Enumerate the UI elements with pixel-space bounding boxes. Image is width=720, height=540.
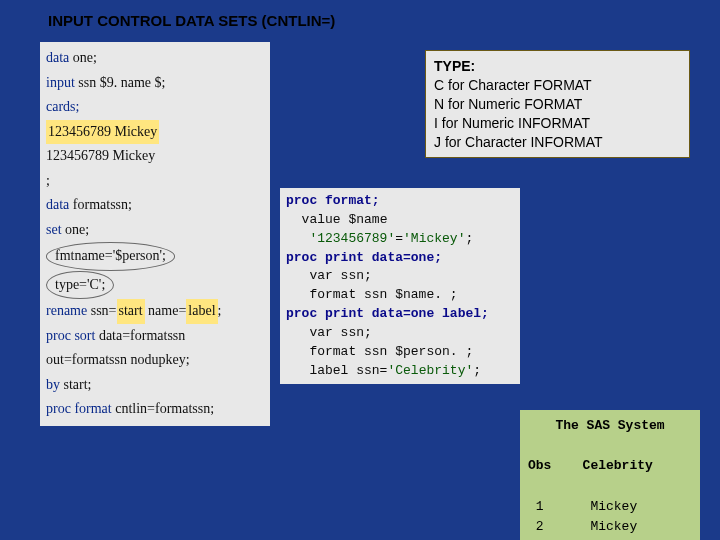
- code-text: data=formatssn: [95, 328, 185, 343]
- output-header-row: Obs Celebrity: [528, 456, 692, 476]
- code-text: [286, 231, 309, 246]
- code-text: ;: [465, 231, 473, 246]
- code-text: var ssn;: [286, 324, 514, 343]
- code-text: ;: [218, 303, 222, 318]
- code-text: ;: [473, 363, 481, 378]
- code-text: out=formatssn nodupkey;: [46, 348, 264, 373]
- code-text: start;: [60, 377, 92, 392]
- code-block-left: data one; input ssn $9. name $; cards; 1…: [40, 42, 270, 426]
- kw-data: data: [46, 50, 69, 65]
- string-literal: 'Celebrity': [387, 363, 473, 378]
- code-text: ssn $9. name $;: [75, 75, 166, 90]
- blank-row: [528, 436, 692, 456]
- string-literal: '123456789': [309, 231, 395, 246]
- output-row: 2 Mickey: [528, 517, 692, 537]
- kw-proc-print: proc print data=one;: [286, 250, 442, 265]
- kw-by: by: [46, 377, 60, 392]
- type-line: I for Numeric INFORMAT: [434, 114, 681, 133]
- kw-rename: rename: [46, 303, 87, 318]
- kw-proc-format: proc format: [46, 401, 112, 416]
- code-text: =: [395, 231, 403, 246]
- slide-title: INPUT CONTROL DATA SETS (CNTLIN=): [48, 12, 335, 29]
- fmt-ref: $name.: [395, 287, 442, 302]
- circled-type: type='C';: [46, 271, 114, 300]
- kw-cards: cards;: [46, 99, 79, 114]
- sas-output-box: The SAS System Obs Celebrity 1 Mickey 2 …: [520, 410, 700, 540]
- type-line: J for Character INFORMAT: [434, 133, 681, 152]
- kw-proc-format: proc format;: [286, 193, 380, 208]
- fmt-name: $name: [348, 212, 387, 227]
- circled-fmtname: fmtname='$person';: [46, 242, 175, 271]
- code-text: ssn=: [87, 303, 116, 318]
- hl-label: label: [186, 299, 217, 324]
- blank-row: [528, 476, 692, 496]
- code-text: cntlin=formatssn;: [112, 401, 214, 416]
- code-text: var ssn;: [286, 267, 514, 286]
- type-line: C for Character FORMAT: [434, 76, 681, 95]
- kw-proc-print: proc print data=one label;: [286, 306, 489, 321]
- code-text: one;: [69, 50, 97, 65]
- kw-input: input: [46, 75, 75, 90]
- data-row: 123456789 Mickey: [46, 144, 264, 169]
- output-title: The SAS System: [528, 416, 692, 436]
- code-text: ;: [442, 287, 458, 302]
- output-row: 1 Mickey: [528, 497, 692, 517]
- string-literal: 'Mickey': [403, 231, 465, 246]
- hl-start: start: [117, 299, 145, 324]
- code-text: formatssn;: [69, 197, 132, 212]
- code-block-middle: proc format; value $name '123456789'='Mi…: [280, 188, 520, 384]
- code-text: name=: [145, 303, 187, 318]
- code-text: format ssn: [286, 287, 395, 302]
- code-text: ;: [46, 169, 264, 194]
- kw-proc-sort: proc sort: [46, 328, 95, 343]
- type-line: N for Numeric FORMAT: [434, 95, 681, 114]
- highlighted-data-row: 123456789 Mickey: [46, 120, 159, 145]
- code-text: value: [286, 212, 348, 227]
- type-legend-box: TYPE: C for Character FORMAT N for Numer…: [425, 50, 690, 158]
- type-heading: TYPE:: [434, 57, 681, 76]
- code-text: ;: [458, 344, 474, 359]
- kw-set: set: [46, 222, 62, 237]
- kw-data: data: [46, 197, 69, 212]
- code-text: format ssn: [286, 344, 395, 359]
- code-text: one;: [62, 222, 90, 237]
- code-text: label ssn=: [286, 363, 387, 378]
- fmt-ref: $person.: [395, 344, 457, 359]
